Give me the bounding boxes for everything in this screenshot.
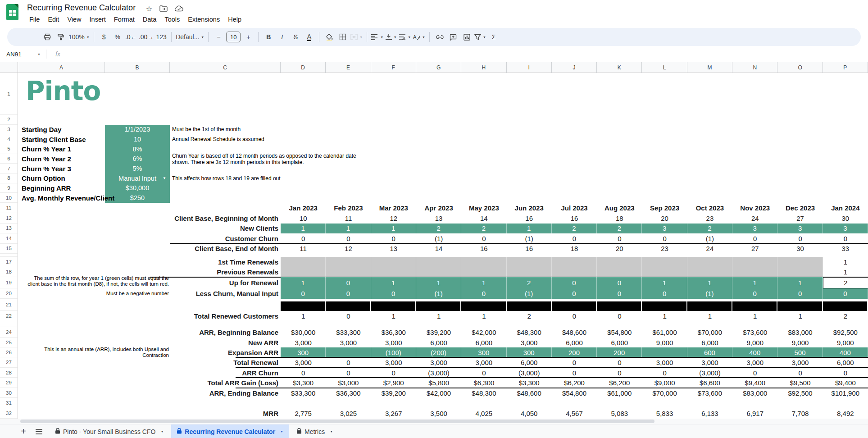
cell[interactable]: 1: [642, 311, 687, 321]
cell[interactable]: 0: [371, 233, 416, 244]
sheet-tab-1[interactable]: Pinto - Your Small Business CFO▼: [50, 424, 169, 438]
column-header-B[interactable]: B: [105, 62, 170, 73]
cell[interactable]: 0: [552, 368, 597, 378]
cell[interactable]: [642, 347, 687, 357]
cell[interactable]: 0: [597, 368, 642, 378]
cell[interactable]: 1: [461, 277, 506, 288]
column-header-C[interactable]: C: [170, 62, 281, 73]
cell[interactable]: $54,800: [597, 327, 642, 338]
churn-option-dropdown-icon[interactable]: ▼: [163, 176, 166, 180]
cell[interactable]: 20: [642, 213, 687, 224]
undo-icon[interactable]: [14, 31, 26, 43]
row-header-30[interactable]: 30: [0, 388, 18, 398]
cell[interactable]: $30,000: [281, 327, 326, 338]
cell[interactable]: 1: [281, 311, 326, 321]
cell[interactable]: 3,000: [281, 338, 326, 347]
cell[interactable]: 3,000: [507, 338, 552, 347]
cell[interactable]: $48,600: [552, 327, 597, 338]
column-header-H[interactable]: H: [461, 62, 506, 73]
row-label-13[interactable]: New Clients: [105, 224, 281, 234]
cell[interactable]: 7,708: [777, 408, 823, 419]
row-label-24[interactable]: ARR, Beginning Balance: [105, 327, 281, 338]
cell[interactable]: 4,567: [552, 408, 597, 419]
row-header-7[interactable]: 7: [0, 164, 18, 173]
cell[interactable]: 1: [642, 277, 687, 288]
insert-comment-icon[interactable]: [447, 31, 459, 43]
cell[interactable]: 3,000: [777, 357, 823, 368]
cell[interactable]: (100): [371, 347, 416, 357]
cell[interactable]: [687, 301, 732, 311]
row-header-8[interactable]: 8: [0, 173, 18, 183]
row-header-9[interactable]: 9: [0, 183, 18, 193]
cell[interactable]: 3: [777, 224, 823, 234]
cell[interactable]: (200): [416, 347, 461, 357]
row-header-31[interactable]: 31: [0, 398, 18, 408]
cell[interactable]: [642, 301, 687, 311]
cell[interactable]: 1: [416, 311, 461, 321]
strikethrough-button[interactable]: S: [290, 31, 301, 43]
cell[interactable]: [371, 301, 416, 311]
cell[interactable]: (1): [687, 233, 732, 244]
cell[interactable]: 9,000: [732, 338, 777, 347]
text-color-button[interactable]: A: [303, 31, 315, 43]
cell[interactable]: 600: [687, 347, 732, 357]
cell[interactable]: 0: [281, 288, 326, 299]
input-value-9[interactable]: $30,000: [105, 183, 170, 193]
cell[interactable]: [326, 347, 371, 357]
font-size-input[interactable]: 10: [226, 31, 241, 43]
cell[interactable]: 14: [461, 213, 506, 224]
row-header-4[interactable]: 4: [0, 134, 18, 144]
row-header-6[interactable]: 6: [0, 154, 18, 164]
cell[interactable]: 0: [732, 233, 777, 244]
cell[interactable]: 3,000: [326, 338, 371, 347]
row-header-25[interactable]: 25: [0, 338, 18, 347]
sheets-logo-icon[interactable]: [6, 4, 18, 20]
cell[interactable]: 0: [732, 288, 777, 299]
column-header-F[interactable]: F: [371, 62, 416, 73]
decrease-decimal-button[interactable]: .0←: [125, 31, 137, 43]
cell[interactable]: (1): [507, 288, 552, 299]
row-header-2[interactable]: 2: [0, 115, 18, 125]
cell[interactable]: 300: [507, 347, 552, 357]
cell[interactable]: 1: [732, 311, 777, 321]
cell[interactable]: 2: [597, 224, 642, 234]
cell[interactable]: $70,000: [642, 388, 687, 398]
cell[interactable]: 1: [371, 311, 416, 321]
cell[interactable]: 6,000: [597, 338, 642, 347]
cell[interactable]: 0: [552, 311, 597, 321]
insert-link-icon[interactable]: [434, 31, 445, 43]
cell[interactable]: 3,000: [371, 357, 416, 368]
star-icon[interactable]: ☆: [144, 5, 154, 13]
cell[interactable]: 0: [461, 368, 506, 378]
cell[interactable]: $36,300: [326, 388, 371, 398]
cell[interactable]: (1): [416, 233, 461, 244]
menu-extensions[interactable]: Extensions: [184, 15, 224, 26]
cell[interactable]: 200: [597, 347, 642, 357]
cell[interactable]: [371, 257, 416, 277]
input-value-3[interactable]: 1/1/2023: [105, 125, 170, 135]
cell[interactable]: [597, 257, 642, 277]
cell[interactable]: 6,133: [687, 408, 732, 419]
cell[interactable]: [416, 301, 461, 311]
cell[interactable]: 3,000: [281, 357, 326, 368]
zoom-select[interactable]: 100%▼: [68, 31, 90, 43]
row-label-25[interactable]: New ARR: [105, 338, 281, 347]
cell[interactable]: 0: [552, 233, 597, 244]
row-header-19[interactable]: 19: [0, 277, 18, 288]
cell[interactable]: $83,000: [777, 327, 823, 338]
row-header-1[interactable]: 1: [0, 73, 18, 115]
cell[interactable]: [507, 257, 552, 277]
cell[interactable]: 0: [597, 288, 642, 299]
cell[interactable]: 0: [461, 288, 506, 299]
create-filter-icon[interactable]: ▼: [474, 31, 486, 43]
cell[interactable]: 2: [507, 277, 552, 288]
cell[interactable]: $73,600: [732, 327, 777, 338]
cell[interactable]: 0: [461, 233, 506, 244]
cloud-saved-icon[interactable]: [174, 5, 184, 14]
cell[interactable]: 1: [777, 311, 823, 321]
all-sheets-menu-icon[interactable]: [30, 424, 48, 438]
cell[interactable]: $9,400: [732, 378, 777, 388]
cell[interactable]: 23: [687, 213, 732, 224]
cell[interactable]: [461, 257, 506, 277]
cell[interactable]: 1: [371, 224, 416, 234]
